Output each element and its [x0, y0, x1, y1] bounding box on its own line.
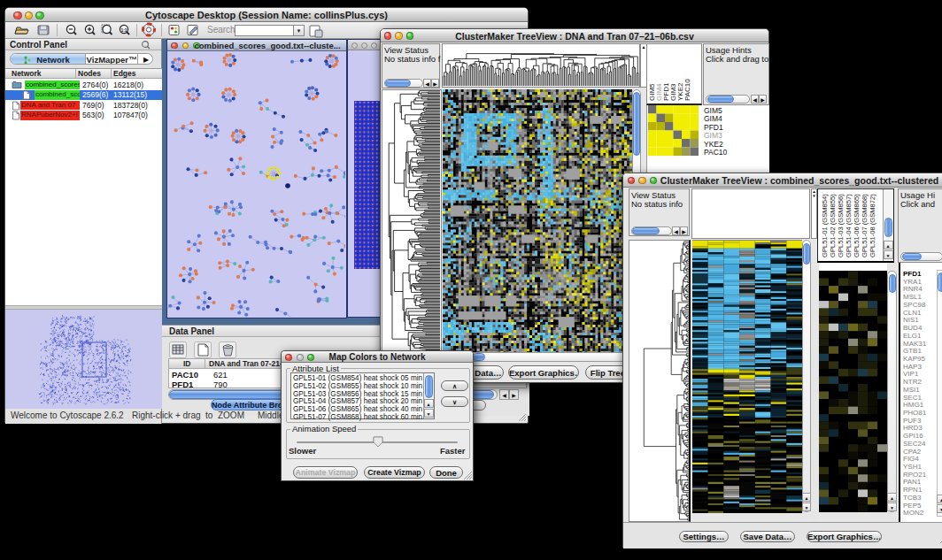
svg-text:Search:: Search: [207, 25, 237, 35]
svg-text:1:1: 1:1 [120, 27, 127, 33]
